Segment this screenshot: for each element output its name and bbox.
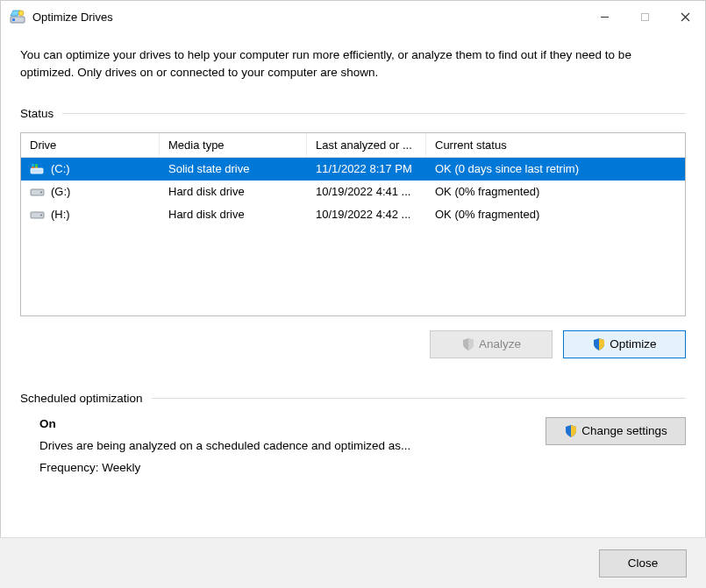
drive-icon bbox=[30, 163, 46, 175]
minimize-button[interactable] bbox=[584, 1, 624, 32]
media-cell: Hard disk drive bbox=[160, 185, 307, 198]
last-cell: 10/19/2022 4:41 ... bbox=[307, 185, 426, 198]
svg-rect-8 bbox=[32, 164, 34, 166]
schedule-state: On bbox=[39, 417, 546, 430]
drive-cell: (H:) bbox=[21, 208, 160, 221]
maximize-button bbox=[624, 1, 665, 32]
col-media-header[interactable]: Media type bbox=[160, 133, 307, 157]
status-cell: OK (0% fragmented) bbox=[426, 208, 685, 221]
drive-cell: (C:) bbox=[21, 162, 160, 175]
col-status-header[interactable]: Current status bbox=[426, 133, 685, 157]
drive-name: (G:) bbox=[51, 185, 70, 198]
window-controls bbox=[584, 1, 705, 32]
last-cell: 10/19/2022 4:42 ... bbox=[307, 208, 426, 221]
divider bbox=[152, 398, 686, 399]
svg-rect-1 bbox=[12, 18, 15, 21]
close-label: Close bbox=[628, 556, 659, 570]
analyze-button: Analyze bbox=[430, 330, 553, 358]
drive-name: (C:) bbox=[51, 162, 70, 175]
status-cell: OK (0 days since last retrim) bbox=[426, 162, 685, 175]
svg-rect-11 bbox=[35, 166, 38, 168]
change-settings-button[interactable]: Change settings bbox=[546, 417, 686, 445]
app-icon bbox=[10, 9, 25, 25]
svg-point-15 bbox=[40, 214, 42, 216]
change-settings-label: Change settings bbox=[581, 424, 667, 437]
svg-point-2 bbox=[18, 11, 24, 16]
close-dialog-button[interactable]: Close bbox=[599, 549, 687, 577]
table-body: (C:)Solid state drive11/1/2022 8:17 PMOK… bbox=[21, 158, 685, 226]
drive-cell: (G:) bbox=[21, 185, 160, 198]
schedule-frequency: Frequency: Weekly bbox=[39, 461, 546, 474]
action-row: Analyze Optimize bbox=[20, 330, 686, 358]
shield-icon bbox=[592, 337, 606, 351]
optimize-button[interactable]: Optimize bbox=[563, 330, 686, 358]
status-section-label: Status bbox=[20, 107, 686, 120]
table-header: Drive Media type Last analyzed or ... Cu… bbox=[21, 133, 685, 158]
col-last-header[interactable]: Last analyzed or ... bbox=[307, 133, 426, 157]
window-title: Optimize Drives bbox=[32, 11, 113, 24]
shield-icon bbox=[564, 424, 578, 438]
drive-icon bbox=[30, 209, 46, 221]
schedule-description: Drives are being analyzed on a scheduled… bbox=[39, 439, 546, 452]
status-label-text: Status bbox=[20, 107, 53, 120]
svg-point-13 bbox=[40, 191, 42, 193]
table-row[interactable]: (C:)Solid state drive11/1/2022 8:17 PMOK… bbox=[21, 158, 685, 181]
status-cell: OK (0% fragmented) bbox=[426, 185, 685, 198]
svg-rect-4 bbox=[641, 13, 648, 20]
shield-icon bbox=[461, 337, 475, 351]
title-bar: Optimize Drives bbox=[1, 1, 705, 32]
drive-icon bbox=[30, 186, 46, 198]
scheduled-section-label: Scheduled optimization bbox=[20, 392, 686, 405]
close-button[interactable] bbox=[665, 1, 705, 32]
svg-rect-7 bbox=[31, 168, 43, 174]
svg-rect-10 bbox=[32, 166, 34, 168]
last-cell: 11/1/2022 8:17 PM bbox=[307, 162, 426, 175]
media-cell: Solid state drive bbox=[160, 162, 307, 175]
col-drive-header[interactable]: Drive bbox=[21, 133, 160, 157]
table-row[interactable]: (G:)Hard disk drive10/19/2022 4:41 ...OK… bbox=[21, 181, 685, 203]
footer: Close bbox=[0, 537, 706, 588]
drives-table[interactable]: Drive Media type Last analyzed or ... Cu… bbox=[20, 132, 686, 316]
scheduled-label-text: Scheduled optimization bbox=[20, 392, 143, 405]
analyze-label: Analyze bbox=[479, 337, 521, 351]
divider bbox=[62, 113, 686, 114]
description-text: You can optimize your drives to help you… bbox=[20, 46, 686, 82]
table-row[interactable]: (H:)Hard disk drive10/19/2022 4:42 ...OK… bbox=[21, 203, 685, 226]
optimize-label: Optimize bbox=[610, 337, 656, 351]
svg-rect-9 bbox=[35, 164, 38, 166]
drive-name: (H:) bbox=[51, 208, 70, 221]
media-cell: Hard disk drive bbox=[160, 208, 307, 221]
